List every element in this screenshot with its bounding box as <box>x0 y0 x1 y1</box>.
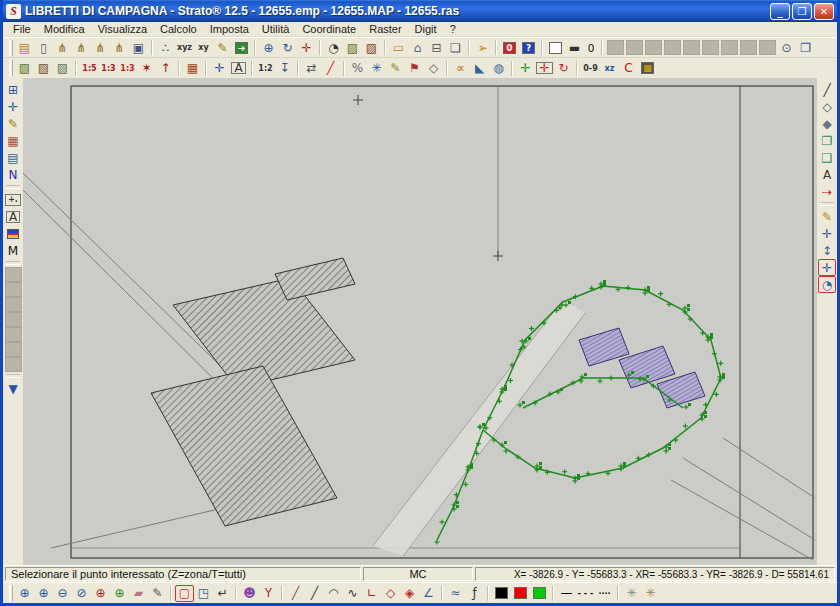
menu-item-coordinate[interactable]: Coordinate <box>296 23 362 35</box>
north-arrow-button[interactable]: N <box>4 166 22 183</box>
diamond-button[interactable]: ◇ <box>381 585 400 602</box>
line-button[interactable]: ╱ <box>818 81 836 98</box>
send-button[interactable]: ➢ <box>473 39 492 56</box>
stop-zero-button[interactable]: 0 <box>500 39 519 56</box>
add-point-button[interactable]: ✛ <box>535 60 554 77</box>
line-dotted-button[interactable]: ···· <box>595 585 614 602</box>
color-current-swatch-button[interactable] <box>546 39 565 56</box>
text-attr-button[interactable]: A <box>229 60 248 77</box>
export-button[interactable]: ➔ <box>232 39 251 56</box>
points-scatter-button[interactable]: ∴ <box>156 39 175 56</box>
digits-button[interactable]: 0-9 <box>581 60 600 77</box>
minimize-button[interactable]: _ <box>770 3 790 20</box>
stopwatch-button[interactable]: ◔ <box>324 39 343 56</box>
binoculars-button[interactable]: M <box>4 242 22 259</box>
filter-button[interactable]: Y <box>259 585 278 602</box>
save-button[interactable]: ▣ <box>129 39 148 56</box>
xz-button[interactable]: xz <box>600 60 619 77</box>
red-line-button[interactable]: ╱ <box>321 60 340 77</box>
color-red-swatch-button[interactable] <box>511 585 530 602</box>
trim-button[interactable]: ╱ <box>286 585 305 602</box>
tripod-station-1-button[interactable]: ⋔ <box>53 39 72 56</box>
new-sheet-button[interactable]: ▯ <box>34 39 53 56</box>
layers-button[interactable]: ❐ <box>796 39 815 56</box>
copy-sheets-2-button[interactable]: ❑ <box>818 149 836 166</box>
zoom-sel-button[interactable]: ⊕ <box>91 585 110 602</box>
coord-marker-button[interactable]: ▼ <box>4 380 22 397</box>
menu-item-raster[interactable]: Raster <box>363 23 407 35</box>
eraser-button[interactable]: ▰ <box>129 585 148 602</box>
tripod-station-3-button[interactable]: ⋔ <box>91 39 110 56</box>
point-height-3-button[interactable]: 1:3 <box>118 60 137 77</box>
line-width-button[interactable]: ▬ <box>565 39 584 56</box>
ramp-button[interactable]: ◣ <box>470 60 489 77</box>
line-dashed-button[interactable]: - - - <box>576 585 595 602</box>
ruler-button[interactable]: ▭ <box>389 39 408 56</box>
cylinder-button[interactable]: ◍ <box>489 60 508 77</box>
plot-button[interactable]: ⌂ <box>408 39 427 56</box>
pattern-button[interactable]: ▩ <box>638 60 657 77</box>
function-button[interactable]: ƒ <box>465 585 484 602</box>
points-xy-button[interactable]: xy <box>194 39 213 56</box>
raster-cut-button[interactable]: ▧ <box>34 60 53 77</box>
raster-image-2-button[interactable]: ▨ <box>362 39 381 56</box>
point-height-2-button[interactable]: 1:3 <box>99 60 118 77</box>
menu-item-imposta[interactable]: Imposta <box>204 23 255 35</box>
link-button[interactable]: ∝ <box>451 60 470 77</box>
sel-pie-button[interactable]: ◔ <box>818 276 836 293</box>
percent-button[interactable]: % <box>348 60 367 77</box>
list-button[interactable]: ▤ <box>4 149 22 166</box>
pan-button[interactable]: ✛ <box>4 98 22 115</box>
text-box-button[interactable]: A <box>4 208 22 225</box>
star-move-button[interactable]: ✳ <box>367 60 386 77</box>
zoom-in-button[interactable]: ⊕ <box>15 585 34 602</box>
help-button[interactable]: ? <box>519 39 538 56</box>
map-canvas[interactable] <box>23 78 817 565</box>
select-arrow-button[interactable]: ◳ <box>194 585 213 602</box>
angle-button[interactable]: ∟ <box>362 585 381 602</box>
grid-move-button[interactable]: ✛ <box>516 60 535 77</box>
restore-button[interactable]: ❐ <box>792 3 812 20</box>
diamond-x-button[interactable]: ◈ <box>400 585 419 602</box>
flag-button[interactable]: ⚑ <box>405 60 424 77</box>
node-move-button[interactable]: ↕ <box>818 242 836 259</box>
arrow-up-button[interactable]: ↑ <box>156 60 175 77</box>
zoom-out-button[interactable]: ⊖ <box>53 585 72 602</box>
freehand-button[interactable]: ✎ <box>386 60 405 77</box>
raster-image-1-button[interactable]: ▨ <box>343 39 362 56</box>
raster-up-button[interactable]: ▧ <box>53 60 72 77</box>
sel-cross-button[interactable]: ✛ <box>818 259 836 276</box>
select-window-button[interactable]: ▢ <box>175 585 194 602</box>
renumber-button[interactable]: 1:2 <box>256 60 275 77</box>
zoom-plus-button[interactable]: ⊕ <box>259 39 278 56</box>
edit-add-button[interactable]: ✎ <box>4 115 22 132</box>
swap-raster-button[interactable]: ⇄ <box>302 60 321 77</box>
flag-tricolor-button[interactable] <box>4 225 22 242</box>
menu-item-utilità[interactable]: Utilità <box>256 23 296 35</box>
brush-button[interactable]: ✎ <box>818 208 836 225</box>
arc-button[interactable]: ◠ <box>324 585 343 602</box>
zoom-all-button[interactable]: ⊕ <box>110 585 129 602</box>
c-red-button[interactable]: C <box>619 60 638 77</box>
menu-item-file[interactable]: File <box>7 23 37 35</box>
hatch-1-button[interactable]: ✳ <box>622 585 641 602</box>
tripod-station-4-button[interactable]: ⋔ <box>110 39 129 56</box>
point-height-1-button[interactable]: 1:5 <box>80 60 99 77</box>
table-export-button[interactable]: ▦ <box>183 60 202 77</box>
entity-user-button[interactable]: ☻ <box>240 585 259 602</box>
polygon-outline-button[interactable]: ◇ <box>818 98 836 115</box>
lock-button[interactable]: ⊙ <box>777 39 796 56</box>
pencil-button[interactable]: ✎ <box>148 585 167 602</box>
move-button[interactable]: ✛ <box>818 225 836 242</box>
pan-red-button[interactable]: ✛ <box>297 39 316 56</box>
copy-sheets-button[interactable]: ❐ <box>818 132 836 149</box>
close-button[interactable]: ✕ <box>814 3 834 20</box>
menu-item-digit[interactable]: Digit <box>409 23 443 35</box>
polygon-draw-button[interactable]: ◇ <box>424 60 443 77</box>
menu-item-modifica[interactable]: Modifica <box>38 23 91 35</box>
move-points-button[interactable]: ✛ <box>210 60 229 77</box>
map-drawing[interactable] <box>23 78 817 565</box>
curve-button[interactable]: ∿ <box>343 585 362 602</box>
station-tree-button[interactable]: ✶ <box>137 60 156 77</box>
zoom-circle-button[interactable]: ⊕ <box>34 585 53 602</box>
